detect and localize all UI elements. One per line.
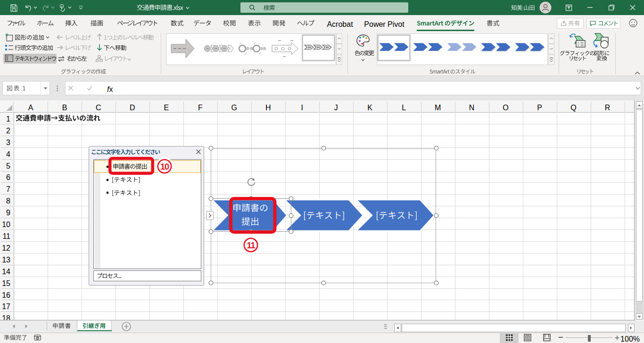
svg-text:10: 10 (160, 162, 169, 171)
svg-text:11: 11 (247, 240, 255, 250)
